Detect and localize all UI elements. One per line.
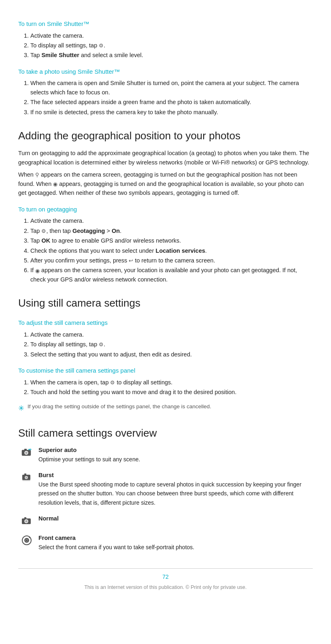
settings-icon-inline: ⚙ [110,379,115,387]
footer: 72 This is an Internet version of this p… [18,568,313,591]
settings-row-superior-auto: + ★ Superior auto Optimise your settings… [18,446,313,464]
steps-customise-still: When the camera is open, tap ⚙ to displa… [25,378,313,397]
subheading-smile-photo: To take a photo using Smile Shutter™ [18,67,313,77]
svg-text:★: ★ [28,448,30,451]
burst-svg [21,472,32,483]
bold-label: Smile Shutter [41,52,79,58]
settings-icon-inline: ⚙ [99,42,104,50]
svg-point-2 [25,452,28,454]
bold-label: On [112,228,120,234]
superior-auto-text: Superior auto Optimise your settings to … [35,446,313,464]
superior-auto-svg: + ★ [21,447,32,458]
front-camera-desc: Select the front camera if you want to t… [38,544,194,550]
geo-para-2: When ⚲ appears on the camera screen, geo… [18,170,313,197]
heading-still-camera: Using still camera settings [18,295,313,311]
step-item: Activate the camera. [30,31,313,40]
steps-geotagging: Activate the camera. Tap ⚙, then tap Geo… [25,216,313,284]
burst-name: Burst [38,471,313,480]
svg-rect-15 [24,517,26,519]
step-item: Check the options that you want to selec… [30,246,313,255]
settings-row-normal: Normal [18,514,313,527]
step-item: Tap ⚙, then tap Geotagging > On. [30,226,313,235]
normal-svg [21,515,32,527]
settings-overview-table: + ★ Superior auto Optimise your settings… [18,446,313,552]
step-item: Activate the camera. [30,330,313,339]
svg-point-20 [29,537,30,538]
back-icon-inline: ↩ [129,257,133,265]
front-camera-svg [21,535,32,546]
page-container: To turn on Smile Shutter™ Activate the c… [0,0,331,607]
step-item: Touch and hold the setting you want to m… [30,388,313,397]
superior-auto-desc: Optimise your settings to suit any scene… [38,456,140,463]
step-item: Tap OK to agree to enable GPS and/or wir… [30,236,313,245]
svg-rect-3 [24,449,27,450]
geo-icon-searching: ⚲ [35,171,39,179]
geo-icon-found: ◉ [53,180,57,188]
geo-para-1: Turn on geotagging to add the approximat… [18,149,313,167]
svg-point-14 [25,520,28,522]
normal-name: Normal [38,514,313,523]
settings-icon-inline: ⚙ [41,227,46,235]
superior-auto-name: Superior auto [38,446,313,455]
heading-geo: Adding the geographical position to your… [18,128,313,144]
step-item: When the camera is open, tap ⚙ to displa… [30,378,313,387]
burst-desc: Use the Burst speed shooting mode to cap… [38,481,301,506]
settings-row-front-camera: Front camera Select the front camera if … [18,534,313,552]
svg-point-19 [26,540,28,541]
geo-icon-inline: ◉ [35,267,40,275]
footer-disclaimer: This is an Internet version of this publ… [18,584,313,591]
superior-auto-icon: + ★ [18,446,35,458]
front-camera-name: Front camera [38,534,313,543]
step-item: Select the setting that you want to adju… [30,350,313,359]
step-item: Activate the camera. [30,216,313,225]
step-item: If no smile is detected, press the camer… [30,108,313,117]
subheading-geotagging: To turn on geotagging [18,205,313,214]
subheading-smile-on: To turn on Smile Shutter™ [18,19,313,29]
front-camera-icon [18,534,35,546]
front-camera-text: Front camera Select the front camera if … [35,534,313,552]
normal-text: Normal [35,514,313,523]
svg-rect-11 [24,473,26,475]
steps-smile-on: Activate the camera. To display all sett… [25,31,313,60]
step-item: When the camera is open and Smile Shutte… [30,79,313,97]
page-number: 72 [18,573,313,581]
steps-smile-photo: When the camera is open and Smile Shutte… [25,79,313,117]
burst-icon [18,471,35,483]
step-item: Tap Smile Shutter and select a smile lev… [30,51,313,60]
burst-text: Burst Use the Burst speed shooting mode … [35,471,313,507]
subheading-adjust-still: To adjust the still camera settings [18,318,313,328]
step-item: To display all settings, tap ⚙. [30,41,313,50]
step-item: After you confirm your settings, press ↩… [30,256,313,265]
tip-icon: ✳ [18,403,24,414]
svg-point-10 [25,477,28,479]
settings-icon-inline: ⚙ [99,341,104,349]
heading-still-overview: Still camera settings overview [18,425,313,441]
bold-label: OK [41,237,50,244]
normal-icon [18,514,35,527]
subheading-customise-still: To customise the still camera settings p… [18,366,313,375]
tip-row: ✳ If you drag the setting outside of the… [18,403,313,414]
tip-text: If you drag the setting outside of the s… [28,403,211,411]
step-item: To display all settings, tap ⚙. [30,340,313,349]
step-item: If ◉ appears on the camera screen, your … [30,266,313,284]
bold-label: Geotagging [72,228,105,234]
bold-label: Location services [156,247,206,254]
settings-row-burst: Burst Use the Burst speed shooting mode … [18,471,313,507]
steps-adjust-still: Activate the camera. To display all sett… [25,330,313,359]
step-item: The face selected appears inside a green… [30,98,313,107]
